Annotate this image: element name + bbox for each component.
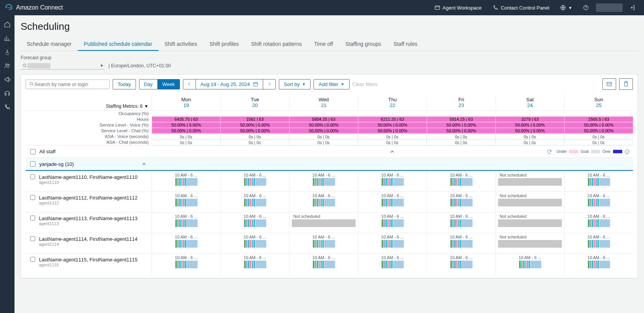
next-button[interactable]	[263, 79, 275, 89]
schedule-cell[interactable]: 10 AM - 6 ...	[289, 233, 358, 253]
schedule-cell[interactable]: 10 AM - 6 ...	[152, 233, 220, 253]
add-filter-button[interactable]: Add filter▼	[314, 79, 349, 89]
tab-published-schedule-calendar[interactable]: Published schedule calendar	[78, 38, 159, 51]
tab-shift-rotation-patterns[interactable]: Shift rotation patterns	[245, 38, 308, 51]
schedule-cell[interactable]: 10 AM - 6 ...	[358, 171, 427, 191]
chevron-up-icon[interactable]	[141, 161, 147, 167]
metric-cell: 0s | 0s	[495, 139, 564, 145]
schedule-cell[interactable]: 10 AM - 6 ...	[427, 254, 495, 274]
sort-by-button[interactable]: Sort by▼	[279, 79, 311, 89]
agent-checkbox[interactable]	[30, 174, 35, 179]
schedule-cell[interactable]: 10 AM - 6 ...	[495, 254, 564, 274]
metric-cell: -	[495, 111, 564, 117]
tab-staff-rules[interactable]: Staff rules	[387, 38, 424, 51]
agent-checkbox[interactable]	[30, 257, 35, 262]
metric-cell: 50.00% | 0.00%	[289, 128, 358, 134]
schedule-cell[interactable]: 10 AM - 6 ...	[564, 233, 633, 253]
help-button[interactable]	[579, 3, 593, 12]
logout-button[interactable]	[626, 3, 639, 12]
agent-workspace-button[interactable]: Agent Workspace	[430, 3, 485, 12]
chevron-down-icon: ▾	[100, 63, 103, 68]
info-icon[interactable]	[625, 149, 630, 154]
schedule-cell[interactable]: 10 AM - 6 ...	[564, 212, 633, 233]
schedule-cell[interactable]: 10 AM - 6 ...	[220, 254, 289, 274]
sidebar-metrics-icon[interactable]	[1, 32, 13, 44]
schedule-cell[interactable]: 10 AM - 6 ...	[358, 192, 427, 212]
schedule-cell[interactable]: 10 AM - 6 ...	[427, 212, 495, 233]
day-header[interactable]: Sun25	[564, 94, 633, 111]
schedule-cell[interactable]: 10 AM - 6 ...	[427, 233, 495, 253]
metric-cell: 50.00% | 0.00%	[289, 122, 358, 128]
svg-point-6	[6, 64, 8, 66]
app-header: Amazon Connect Agent Workspace Contact C…	[0, 0, 644, 15]
schedule-cell[interactable]: 10 AM - 6 ...	[152, 212, 220, 233]
schedule-cell[interactable]: Not scheduled	[495, 192, 564, 212]
day-button[interactable]: Day	[139, 79, 157, 89]
agent-checkbox[interactable]	[30, 195, 35, 200]
schedule-cell[interactable]: 10 AM - 6 ...	[152, 254, 220, 274]
inbox-button[interactable]	[602, 78, 616, 90]
date-range-label[interactable]: Aug 19 - Aug 25, 2024	[196, 79, 263, 89]
tab-shift-activities[interactable]: Shift activities	[159, 38, 204, 51]
language-selector[interactable]: ▼	[556, 3, 576, 12]
week-button[interactable]: Week	[157, 79, 180, 89]
schedule-cell[interactable]: 10 AM - 6 ...	[564, 171, 633, 191]
all-staff-checkbox[interactable]	[30, 149, 36, 154]
tab-time-off[interactable]: Time off	[308, 38, 339, 51]
metric-label: ASA - Chat (seconds)	[26, 139, 152, 145]
schedule-cell[interactable]: Not scheduled	[289, 212, 358, 233]
schedule-cell[interactable]: 10 AM - 6 ...	[427, 192, 495, 212]
schedule-cell[interactable]: Not scheduled	[495, 233, 564, 253]
metric-cell: 0s | 0s	[152, 139, 220, 145]
schedule-cell[interactable]: 10 AM - 6 ...	[152, 171, 220, 191]
day-header[interactable]: Thu22	[358, 94, 427, 111]
schedule-cell[interactable]: 10 AM - 6 ...	[358, 233, 427, 253]
agent-checkbox[interactable]	[30, 236, 35, 241]
search-input[interactable]	[26, 79, 110, 89]
schedule-cell[interactable]: 10 AM - 6 ...	[427, 171, 495, 191]
schedule-cell[interactable]: 10 AM - 6 ...	[289, 171, 358, 191]
user-menu[interactable]	[596, 3, 623, 12]
day-header[interactable]: Fri23	[427, 94, 495, 111]
schedule-cell[interactable]: 10 AM - 6 ...	[564, 254, 633, 274]
schedule-cell[interactable]: Not scheduled	[495, 212, 564, 233]
contact-control-panel-button[interactable]: Contact Control Panel	[489, 3, 553, 12]
agent-login: agent1112	[39, 201, 138, 205]
agent-checkbox[interactable]	[30, 216, 35, 221]
today-button[interactable]: Today	[113, 79, 136, 89]
tab-schedule-manager[interactable]: Schedule manager	[21, 38, 78, 51]
group-checkbox[interactable]	[30, 161, 36, 167]
sidebar-home-icon[interactable]	[1, 18, 13, 31]
schedule-cell[interactable]: Not scheduled	[495, 171, 564, 191]
sidebar-phone-icon[interactable]	[1, 101, 13, 113]
schedule-cell[interactable]: 10 AM - 6 ...	[220, 233, 289, 253]
schedule-cell[interactable]: 10 AM - 6 ...	[220, 192, 289, 212]
metric-cell: 2565.5 | 63	[564, 117, 633, 122]
metric-cell: 0s | 0s	[495, 134, 564, 139]
prev-button[interactable]	[183, 79, 196, 89]
sidebar-headset-icon[interactable]	[1, 87, 13, 99]
schedule-cell[interactable]: 10 AM - 6 ...	[289, 254, 358, 274]
sidebar-routing-icon[interactable]	[1, 46, 13, 58]
day-header[interactable]: Sat24	[495, 94, 564, 111]
tab-shift-profiles[interactable]: Shift profiles	[203, 38, 245, 51]
forecast-group-select[interactable]: ▾	[21, 62, 105, 70]
sidebar-announce-icon[interactable]	[1, 73, 13, 86]
staffing-metrics-toggle[interactable]: Staffing Metrics: 6▼	[26, 94, 152, 111]
agent-row: LastName-agent1115, FirstName-agent1115a…	[26, 253, 633, 274]
schedule-cell[interactable]: 10 AM - 6 ...	[358, 212, 427, 233]
day-header[interactable]: Mon19	[152, 94, 220, 111]
schedule-cell[interactable]: 10 AM - 6 ...	[220, 171, 289, 191]
sidebar-users-icon[interactable]	[1, 60, 13, 72]
schedule-cell[interactable]: 10 AM - 6 ...	[289, 192, 358, 212]
schedule-cell[interactable]: 10 AM - 6 ...	[564, 192, 633, 212]
refresh-icon[interactable]	[547, 149, 552, 154]
schedule-cell[interactable]: 10 AM - 6 ...	[358, 254, 427, 274]
schedule-cell[interactable]: 10 AM - 6 ...	[220, 212, 289, 233]
day-header[interactable]: Tue20	[220, 94, 289, 111]
clipboard-button[interactable]	[619, 78, 633, 90]
schedule-cell[interactable]: 10 AM - 6 ...	[152, 192, 220, 212]
day-header[interactable]: Wed21	[289, 94, 358, 111]
tab-staffing-groups[interactable]: Staffing groups	[339, 38, 387, 51]
collapse-metrics-button[interactable]	[388, 148, 396, 156]
